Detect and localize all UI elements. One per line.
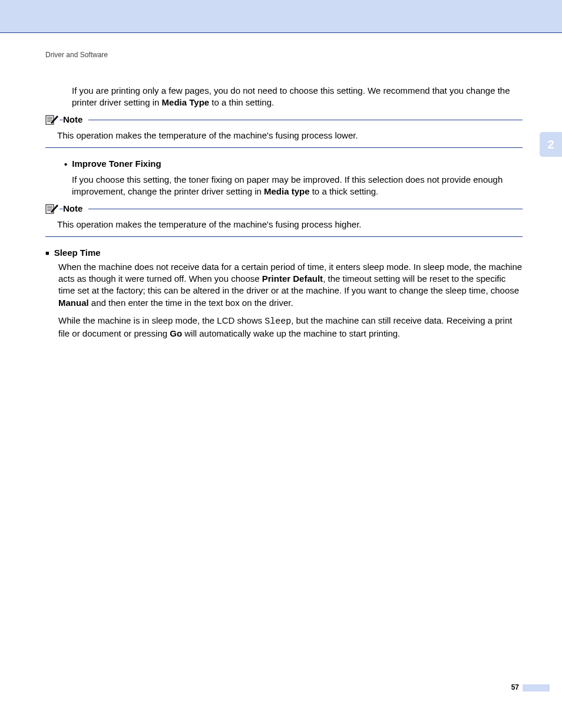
text: If you are printing only a few pages, yo… (72, 85, 510, 107)
note-icon (45, 202, 59, 215)
media-type-label: Media Type (162, 97, 210, 107)
manual-label: Manual (58, 298, 89, 308)
text: While the machine is in sleep mode, the … (58, 315, 265, 325)
sleep-time-heading: Sleep Time (54, 248, 101, 258)
note-block-2: Note This operation makes the temperatur… (45, 209, 523, 237)
square-marker (45, 248, 49, 258)
note-icon (45, 113, 59, 126)
note-rule (92, 209, 523, 209)
note-head: Note (45, 202, 523, 215)
note-block-1: Note This operation makes the temperatur… (45, 120, 523, 148)
note-label: Note (63, 203, 88, 213)
note-body: This operation makes the temperature of … (45, 130, 523, 141)
page-number-bar (523, 684, 550, 691)
text: and then enter the time in the text box … (89, 298, 293, 308)
page-content: Driver and Software If you are printing … (0, 33, 562, 340)
text: to a thin setting. (209, 97, 274, 107)
media-type-label-2: Media type (264, 186, 310, 196)
chapter-tab: 2 (540, 132, 562, 157)
sleep-paragraph-2: While the machine is in sleep mode, the … (58, 315, 523, 340)
text: will automatically wake up the machine t… (182, 328, 400, 338)
note-rule (92, 120, 523, 120)
note-body: This operation makes the temperature of … (45, 219, 523, 230)
running-head: Driver and Software (45, 51, 523, 59)
intro-paragraph: If you are printing only a few pages, yo… (72, 85, 523, 109)
printer-default-label: Printer Default (262, 274, 323, 284)
sleep-paragraph-1: When the machine does not receive data f… (58, 261, 523, 309)
page-number: 57 (511, 683, 519, 691)
bullet-marker: • (64, 159, 67, 170)
text: to a thick setting. (310, 186, 379, 196)
note-label: Note (63, 114, 88, 124)
lcd-sleep-text: Sleep (265, 317, 291, 327)
improve-toner-heading-row: • Improve Toner Fixing (64, 159, 523, 170)
go-button-label: Go (170, 328, 182, 338)
improve-toner-heading: Improve Toner Fixing (72, 159, 161, 170)
header-band (0, 0, 562, 33)
sleep-time-heading-row: Sleep Time (45, 248, 523, 258)
note-head: Note (45, 113, 523, 126)
improve-toner-paragraph: If you choose this setting, the toner fi… (72, 174, 523, 198)
